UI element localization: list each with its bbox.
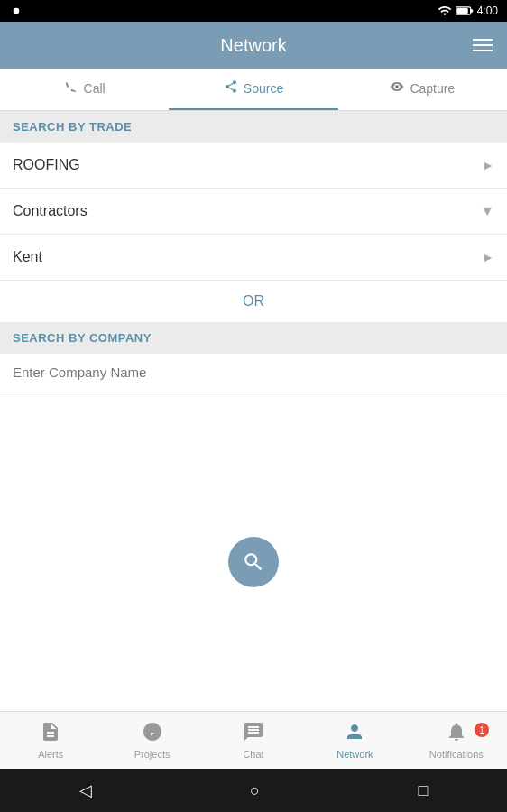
recent-button[interactable]: □: [418, 781, 428, 800]
nav-item-network[interactable]: Network: [304, 721, 405, 760]
search-icon: [242, 550, 265, 574]
network-icon: [344, 721, 365, 746]
roofing-arrow-icon: ►: [482, 158, 494, 172]
company-name-input[interactable]: [13, 364, 494, 380]
notification-dot-icon: [9, 4, 23, 18]
svg-rect-3: [470, 9, 473, 12]
time-display: 4:00: [477, 5, 498, 17]
chat-icon: [243, 721, 264, 746]
app-header: Network: [0, 22, 507, 69]
source-tab-icon: [224, 79, 238, 97]
notifications-icon: [446, 721, 467, 746]
tab-source[interactable]: Source: [169, 69, 337, 110]
status-left: [9, 4, 23, 18]
chat-label: Chat: [243, 749, 263, 760]
nav-item-chat[interactable]: Chat: [203, 721, 304, 760]
contractors-label: Contractors: [13, 203, 88, 219]
kent-arrow-icon: ►: [482, 250, 494, 264]
projects-icon: [142, 721, 163, 746]
notifications-label: Notifications: [429, 749, 484, 760]
search-button-container: [0, 537, 507, 587]
search-button[interactable]: [228, 537, 279, 587]
search-by-company-header: SEARCH BY COMPANY: [0, 322, 507, 354]
home-button[interactable]: ○: [250, 781, 260, 800]
notifications-badge: 1: [475, 723, 489, 737]
bottom-nav: Alerts Projects Chat Network: [0, 711, 507, 769]
trade-item-roofing[interactable]: ROOFING ►: [0, 143, 507, 189]
tab-capture-label: Capture: [410, 81, 455, 96]
back-button[interactable]: ◁: [79, 780, 92, 800]
capture-tab-icon: [390, 79, 404, 97]
projects-label: Projects: [134, 749, 171, 760]
alerts-label: Alerts: [38, 749, 63, 760]
tab-call-label: Call: [84, 81, 106, 96]
nav-item-alerts[interactable]: Alerts: [0, 721, 101, 760]
status-right: 4:00: [438, 4, 498, 18]
svg-rect-2: [456, 8, 468, 14]
header-title: Network: [220, 35, 286, 56]
network-label: Network: [336, 749, 373, 760]
call-tab-icon: [64, 79, 78, 97]
menu-button[interactable]: [473, 39, 493, 51]
alerts-icon: [40, 721, 61, 746]
kent-label: Kent: [13, 249, 42, 265]
nav-item-projects[interactable]: Projects: [101, 721, 202, 760]
status-bar: 4:00: [0, 0, 507, 22]
battery-icon: [456, 5, 474, 16]
trade-item-contractors[interactable]: Contractors ▼: [0, 189, 507, 235]
tab-capture[interactable]: Capture: [338, 69, 507, 110]
trade-item-kent[interactable]: Kent ►: [0, 235, 507, 281]
company-input-container: [0, 354, 507, 392]
tab-source-label: Source: [244, 81, 283, 96]
wifi-icon: [438, 4, 452, 18]
svg-point-0: [14, 8, 20, 14]
tab-call[interactable]: Call: [0, 69, 169, 110]
or-divider: OR: [0, 281, 507, 322]
system-nav-bar: ◁ ○ □: [0, 769, 507, 812]
contractors-arrow-icon: ▼: [480, 203, 494, 219]
roofing-label: ROOFING: [13, 157, 80, 173]
search-by-trade-header: SEARCH BY TRADE: [0, 111, 507, 143]
tab-bar: Call Source Capture: [0, 69, 507, 111]
nav-item-notifications[interactable]: 1 Notifications: [406, 721, 507, 760]
